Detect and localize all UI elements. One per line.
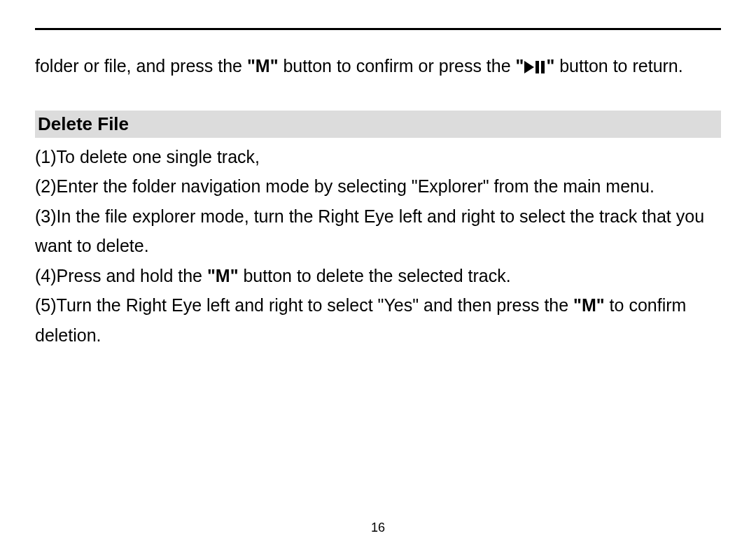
m-button-label-1: "M"	[247, 56, 279, 76]
step-2: (2)Enter the folder navigation mode by s…	[35, 171, 721, 201]
intro-paragraph: folder or file, and press the "M" button…	[35, 51, 721, 83]
intro-text-part2: button to confirm or press the	[278, 56, 515, 76]
step-4-part1: (4)Press and hold the	[35, 266, 207, 285]
play-pause-quote-close: "	[546, 56, 554, 76]
m-button-label-3: "M"	[573, 295, 605, 315]
svg-rect-1	[536, 61, 539, 73]
intro-text-part3: button to return.	[554, 56, 682, 76]
step-5-part1: (5)Turn the Right Eye left and right to …	[35, 295, 573, 315]
step-4-part2: button to delete the selected track.	[239, 266, 511, 285]
play-pause-quote-open: "	[516, 56, 524, 76]
intro-text-part1: folder or file, and press the	[35, 56, 247, 76]
svg-rect-2	[541, 61, 545, 73]
step-1: (1)To delete one single track,	[35, 142, 721, 172]
step-3: (3)In the file explorer mode, turn the R…	[35, 201, 721, 261]
play-pause-icon	[524, 52, 545, 83]
top-horizontal-rule	[35, 28, 721, 30]
section-heading-delete-file: Delete File	[35, 111, 721, 138]
svg-marker-0	[524, 61, 534, 73]
m-button-label-2: "M"	[207, 266, 239, 285]
page-number: 16	[0, 521, 756, 535]
step-4: (4)Press and hold the "M" button to dele…	[35, 261, 721, 291]
step-5: (5)Turn the Right Eye left and right to …	[35, 290, 721, 350]
